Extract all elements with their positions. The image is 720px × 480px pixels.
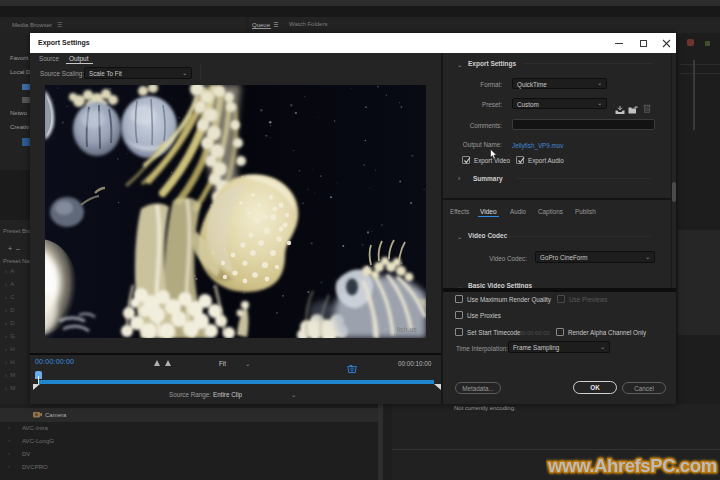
svg-text:www.AhrefsPC.com: www.AhrefsPC.com (547, 455, 717, 476)
svg-text:lish.us: lish.us (397, 326, 417, 333)
